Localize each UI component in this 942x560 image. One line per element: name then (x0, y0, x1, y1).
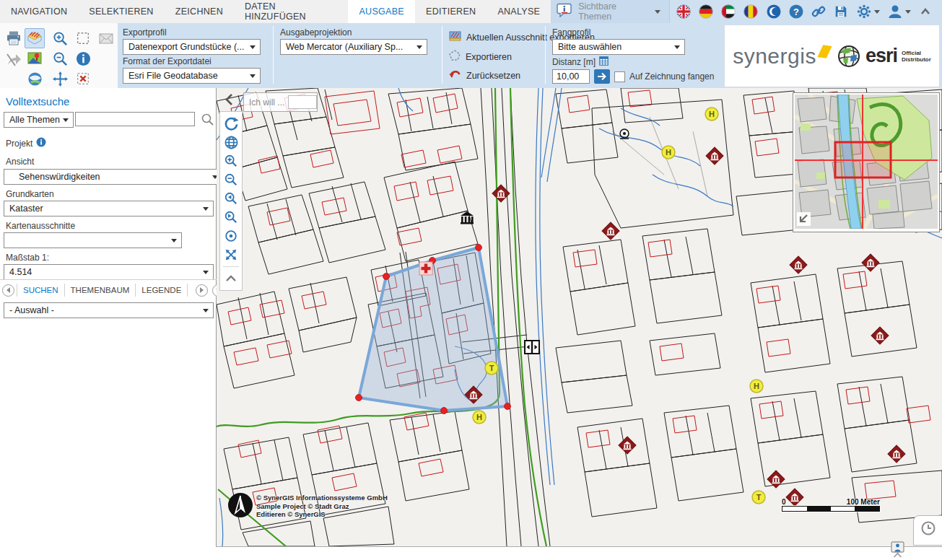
tabs-scroll-right-button[interactable] (196, 284, 208, 297)
tab-themen-clipped[interactable]: THEM (187, 284, 193, 297)
overview-collapse-icon[interactable] (797, 212, 811, 226)
menu-daten-hinzufuegen[interactable]: DATEN HINZUFÜGEN (234, 0, 348, 23)
toolbar-collapse-up-button[interactable] (221, 269, 241, 288)
fulltext-search-input[interactable] (75, 112, 195, 126)
settings-menu[interactable] (855, 0, 881, 23)
ich-will-quick-search[interactable]: Ich will ... (243, 92, 318, 112)
tab-legende[interactable]: LEGENDE (135, 284, 187, 297)
menu-analyse[interactable]: ANALYSE (487, 0, 551, 23)
export-format-label: Format der Exportdatei (123, 56, 261, 66)
project-info-icon[interactable] (36, 137, 46, 149)
menu-selektieren[interactable]: SELEKTIEREN (78, 0, 164, 23)
apply-distance-button[interactable] (594, 69, 610, 84)
fulltext-theme-select[interactable]: Alle Themen (4, 112, 74, 128)
expand-extent-button[interactable] (221, 245, 241, 264)
time-slider-tab[interactable] (913, 515, 942, 546)
search-selection-select[interactable]: - Auswahl - (4, 302, 214, 318)
mail-results-icon-disabled[interactable] (97, 29, 115, 48)
locate-button[interactable] (221, 227, 241, 245)
language-crescent-flag-icon[interactable] (764, 0, 782, 23)
scale-label: Maßstab 1: (6, 253, 49, 263)
language-arabic-flag-icon[interactable] (719, 0, 737, 23)
save-icon[interactable] (832, 0, 850, 23)
menu-ausgabe[interactable]: AUSGABE (348, 0, 415, 23)
visible-themes-label: Sichtbare Themen (578, 1, 649, 22)
projection-select[interactable]: Web Mercator (Auxiliary Sp... (280, 39, 427, 55)
snap-to-drawing-checkbox[interactable] (614, 71, 625, 82)
bus-stop-symbol: H (705, 108, 718, 121)
language-romanian-flag-icon[interactable] (742, 0, 760, 23)
export-format-select[interactable]: Esri File Geodatabase (123, 68, 261, 84)
scale-select[interactable]: 4.514 (4, 264, 214, 280)
forward-results-icon-disabled[interactable] (4, 51, 23, 69)
distance-input[interactable] (552, 69, 590, 84)
earth-globe-icon[interactable] (25, 69, 44, 88)
clear-selection-icon[interactable] (74, 69, 92, 88)
snap-profile-select[interactable]: Bitte auswählen (552, 39, 685, 55)
tab-themenbaum[interactable]: THEMENBAUM (64, 284, 136, 297)
collapse-toolbar-button[interactable] (917, 0, 935, 23)
scale-bar-segments (782, 506, 880, 512)
search-icon[interactable] (200, 112, 214, 129)
link-icon[interactable] (809, 0, 827, 23)
pan-tool-icon[interactable] (51, 69, 69, 88)
ich-will-input[interactable] (288, 95, 317, 109)
ich-will-label: Ich will ... (244, 97, 288, 108)
zoom-out-tool-icon[interactable] (51, 49, 69, 68)
svg-text:T: T (756, 493, 762, 502)
zoom-out-button[interactable] (221, 170, 241, 189)
zoom-in-button[interactable] (221, 152, 241, 170)
map-navigation-toolbar (219, 111, 243, 291)
esri-logo: esri OfficialDistributor (837, 44, 931, 69)
view-select[interactable]: Sehenswürdigkeiten (4, 169, 223, 185)
city-gate-symbol (525, 341, 539, 354)
project-label: Projekt (6, 139, 32, 149)
overview-extent-rectangle[interactable] (835, 142, 891, 178)
tram-stop-symbol: T (485, 362, 498, 375)
language-english-flag-icon[interactable] (674, 0, 692, 23)
map-tools-collapse-button[interactable] (222, 92, 237, 107)
user-menu[interactable] (886, 0, 912, 23)
bus-stop-symbol: H (662, 146, 675, 159)
undo-icon (449, 69, 461, 82)
language-german-flag-icon[interactable] (697, 0, 715, 23)
visible-themes-dropdown[interactable]: Sichtbare Themen (551, 0, 670, 23)
application-window: NAVIGATION SELEKTIEREN ZEICHNEN DATEN HI… (0, 0, 942, 560)
info-tool-icon[interactable] (74, 49, 92, 68)
menu-zeichnen[interactable]: ZEICHNEN (165, 0, 234, 23)
pharmacy-cross-symbol (419, 262, 432, 275)
poi-diamond-icon (871, 327, 889, 344)
basemap-select[interactable]: Kataster (4, 201, 214, 216)
full-extent-globe-button[interactable] (221, 133, 241, 152)
svg-text:T: T (489, 364, 494, 372)
map-viewport[interactable]: H H H H T T Ich will ... (217, 88, 942, 547)
poi-diamond-icon (706, 147, 723, 165)
data-export-tool-selected[interactable] (25, 28, 45, 48)
select-rectangle-icon[interactable] (74, 29, 92, 48)
map-export-tool-icon[interactable] (25, 49, 44, 68)
projection-label: Ausgabeprojektion (280, 27, 432, 38)
north-arrow (227, 492, 253, 518)
help-icon[interactable]: ? (787, 0, 805, 23)
grid-calc-icon[interactable] (599, 56, 609, 68)
print-icon[interactable] (4, 29, 23, 48)
refresh-map-button[interactable] (221, 114, 241, 133)
fulltext-search-heading: Volltextsuche (6, 95, 69, 108)
presentation-mode-icon[interactable] (890, 541, 905, 560)
menu-navigation[interactable]: NAVIGATION (0, 0, 78, 23)
export-selection-polygon[interactable] (356, 245, 511, 414)
partner-logos: synergis esri OfficialDistributor (724, 25, 940, 87)
next-extent-button[interactable] (221, 208, 241, 227)
view-label: Ansicht (6, 157, 34, 167)
menu-editieren[interactable]: EDITIEREN (415, 0, 487, 23)
previous-extent-button[interactable] (221, 189, 241, 208)
export-profile-select[interactable]: Datenexport Grundstücke (... (123, 39, 261, 55)
zoom-in-tool-icon[interactable] (51, 29, 69, 48)
overview-map[interactable] (793, 92, 940, 232)
poi-diamond-icon (790, 256, 807, 274)
tab-suchen[interactable]: SUCHEN (17, 284, 64, 297)
svg-text:H: H (666, 148, 671, 157)
map-extracts-select[interactable] (4, 232, 182, 248)
tabs-scroll-left-button[interactable] (2, 284, 14, 297)
poi-diamond-icon (602, 222, 619, 240)
